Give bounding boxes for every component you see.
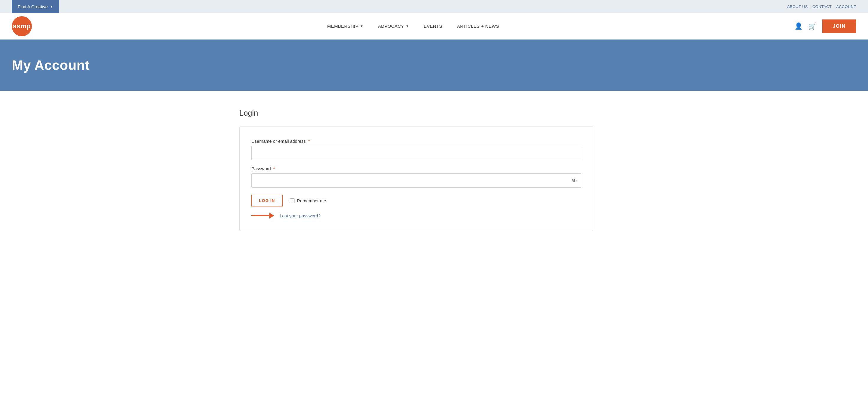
membership-label: MEMBERSHIP (327, 24, 359, 29)
join-label: JOIN (833, 24, 845, 29)
lost-password-label: Lost your password? (280, 213, 320, 218)
form-actions: LOG IN Remember me (251, 195, 581, 206)
login-button-label: LOG IN (259, 198, 275, 203)
main-content: Login Username or email address * Passwo… (227, 91, 641, 249)
chevron-down-icon: ▼ (50, 5, 53, 8)
join-button[interactable]: JOIN (822, 20, 856, 33)
chevron-down-icon: ▼ (360, 25, 363, 28)
username-input[interactable] (251, 146, 581, 160)
events-nav-link[interactable]: EVENTS (424, 24, 442, 29)
find-creative-label: Find A Creative (18, 4, 48, 9)
username-label-text: Username or email address (251, 139, 306, 144)
username-form-group: Username or email address * (251, 139, 581, 160)
password-required: * (273, 166, 275, 171)
lost-password-link[interactable]: Lost your password? (280, 213, 320, 218)
find-creative-button[interactable]: Find A Creative ▼ (12, 0, 59, 13)
logo-circle: asmp (12, 16, 32, 36)
show-password-icon[interactable]: 👁 (572, 177, 577, 184)
main-nav: asmp MEMBERSHIP ▼ ADVOCACY ▼ EVENTS ARTI… (0, 13, 868, 39)
remember-me-label: Remember me (290, 198, 326, 203)
top-bar-right: ABOUT US | CONTACT | ACCOUNT (787, 4, 856, 9)
contact-link[interactable]: CONTACT (812, 4, 831, 9)
membership-nav-link[interactable]: MEMBERSHIP ▼ (327, 24, 363, 29)
arrow-right-icon (251, 212, 275, 219)
hero-banner: My Account (0, 39, 868, 91)
password-form-group: Password * 👁 (251, 166, 581, 188)
logo[interactable]: asmp (12, 16, 32, 36)
chevron-down-icon: ▼ (406, 25, 409, 28)
login-button[interactable]: LOG IN (251, 195, 283, 206)
events-label: EVENTS (424, 24, 442, 29)
about-us-link[interactable]: ABOUT US (787, 4, 808, 9)
separator: | (810, 4, 810, 9)
account-link[interactable]: ACCOUNT (836, 4, 856, 9)
remember-me-text: Remember me (297, 198, 326, 203)
advocacy-label: ADVOCACY (378, 24, 404, 29)
lost-password-row: Lost your password? (251, 212, 581, 219)
nav-right: 👤 🛒 JOIN (795, 20, 856, 33)
username-required: * (308, 139, 310, 144)
remember-me-checkbox[interactable] (290, 198, 294, 203)
login-form-container: Username or email address * Password * 👁… (239, 127, 593, 231)
password-wrapper: 👁 (251, 173, 581, 188)
username-label: Username or email address * (251, 139, 581, 144)
hero-title: My Account (12, 57, 90, 73)
user-icon[interactable]: 👤 (795, 23, 803, 30)
top-bar: Find A Creative ▼ ABOUT US | CONTACT | A… (0, 0, 868, 13)
login-section-title: Login (239, 108, 629, 118)
logo-text: asmp (13, 23, 31, 30)
cart-icon[interactable]: 🛒 (808, 23, 816, 30)
password-input[interactable] (251, 173, 581, 188)
advocacy-nav-link[interactable]: ADVOCACY ▼ (378, 24, 409, 29)
articles-label: ARTICLES + NEWS (457, 24, 499, 29)
nav-links: MEMBERSHIP ▼ ADVOCACY ▼ EVENTS ARTICLES … (32, 24, 795, 29)
articles-nav-link[interactable]: ARTICLES + NEWS (457, 24, 499, 29)
password-label-text: Password (251, 166, 271, 171)
top-bar-left: Find A Creative ▼ (12, 0, 59, 13)
separator: | (834, 4, 834, 9)
password-label: Password * (251, 166, 581, 171)
